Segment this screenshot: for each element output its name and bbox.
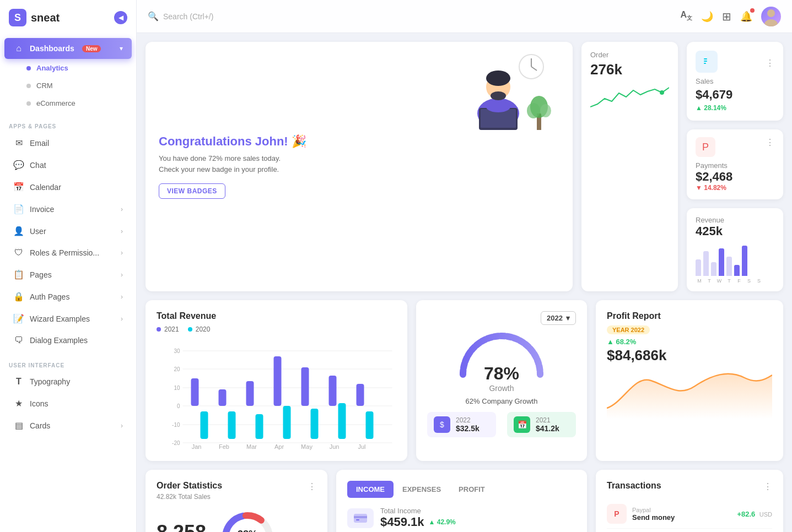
payments-more[interactable]: ⋮ (766, 137, 774, 148)
search-placeholder[interactable]: Search (Ctrl+/) (163, 12, 213, 21)
invoice-icon: 📄 (13, 204, 24, 214)
svg-text:0: 0 (177, 403, 180, 409)
user-label: User (30, 227, 46, 236)
sidebar-item-calendar[interactable]: 📅 Calendar (4, 176, 132, 198)
view-badges-button[interactable]: VIEW BADGES (159, 183, 225, 199)
stat-year-2021: 2021 (536, 416, 559, 424)
svg-text:Jun: Jun (330, 443, 340, 450)
sidebar-item-auth[interactable]: 🔒 Auth Pages › (4, 286, 132, 307)
svg-rect-19 (704, 58, 707, 59)
svg-point-15 (527, 103, 540, 118)
theme-toggle[interactable]: 🌙 (701, 10, 713, 23)
typography-icon: T (13, 377, 24, 387)
paypal-name: Send money (632, 513, 731, 522)
user-avatar[interactable] (761, 7, 781, 26)
svg-rect-36 (219, 389, 227, 406)
svg-rect-21 (704, 63, 706, 64)
rev-bar (711, 262, 716, 276)
order-value: 276k (590, 61, 669, 78)
order-label: Order (590, 51, 669, 59)
sidebar-item-ecommerce[interactable]: eCommerce (4, 95, 132, 112)
translate-button[interactable]: A文 (680, 10, 692, 22)
notification-badge (750, 8, 755, 13)
sub-dot (26, 84, 31, 88)
row-2: Total Revenue 2021 2020 (146, 300, 783, 461)
sidebar-item-analytics[interactable]: Analytics (4, 59, 132, 77)
rev-bar (726, 257, 732, 276)
congrats-title: Congratulations John! 🎉 (159, 134, 559, 149)
tab-profit[interactable]: PROFIT (450, 481, 494, 498)
search-icon: 🔍 (148, 11, 159, 21)
email-label: Email (30, 139, 49, 148)
sidebar-item-email[interactable]: ✉ Email (4, 132, 132, 154)
day-label: T (705, 278, 713, 284)
wizard-label: Wizard Examples (30, 314, 90, 323)
svg-text:Jul: Jul (358, 443, 365, 450)
growth-percent: 78% (484, 363, 519, 384)
paypal-txn-icon: P (607, 504, 627, 524)
growth-stat-2022: $ 2022 $32.5k (427, 412, 496, 437)
legend-label-2020: 2020 (196, 325, 211, 333)
day-label: W (715, 278, 723, 284)
donut-chart: 38% Weekly (217, 507, 278, 532)
growth-subtitle: 62% Company Growth (466, 397, 538, 405)
svg-point-1 (764, 19, 778, 26)
sidebar-item-icons[interactable]: ★ Icons (4, 393, 132, 414)
grid-view-button[interactable]: ⊞ (722, 10, 731, 23)
day-label: S (755, 278, 763, 284)
tab-income[interactable]: INCOME (347, 481, 394, 498)
svg-point-11 (491, 91, 506, 100)
svg-text:Feb: Feb (219, 443, 229, 450)
sidebar-item-cards[interactable]: ▤ Cards › (4, 415, 132, 436)
topbar: 🔍 Search (Ctrl+/) A文 🌙 ⊞ 🔔 (137, 0, 792, 33)
order-stats-more[interactable]: ⋮ (308, 481, 316, 492)
chevron-right-icon: › (121, 422, 123, 430)
sidebar-item-typography[interactable]: T Typography (4, 371, 132, 392)
tab-expenses[interactable]: EXPENSES (394, 481, 450, 498)
chart-title: Total Revenue (157, 311, 396, 321)
notification-bell[interactable]: 🔔 (740, 10, 752, 23)
svg-text:10: 10 (174, 385, 180, 391)
svg-rect-20 (704, 61, 707, 62)
sidebar-toggle[interactable]: ◀ (114, 11, 127, 24)
svg-rect-46 (357, 384, 364, 406)
order-sparkline (590, 85, 669, 112)
sidebar-item-roles[interactable]: 🛡 Roles & Permissio... › (4, 242, 132, 263)
svg-text:30: 30 (174, 348, 180, 354)
sales-icon (696, 51, 718, 73)
legend-dot-2020 (188, 327, 192, 332)
income-tabs: INCOME EXPENSES PROFIT (347, 481, 576, 498)
sidebar-item-pages[interactable]: 📋 Pages › (4, 264, 132, 285)
app-name: sneat (31, 12, 60, 24)
sidebar-item-crm[interactable]: CRM (4, 77, 132, 94)
donut-percent: 38% (238, 529, 257, 533)
sidebar-item-dashboards[interactable]: ⌂ Dashboards New ▾ (4, 38, 132, 59)
sidebar-item-wizard[interactable]: 📝 Wizard Examples › (4, 308, 132, 329)
paypal-type: Paypal (632, 507, 731, 513)
sidebar-item-chat[interactable]: 💬 Chat (4, 154, 132, 176)
transactions-more[interactable]: ⋮ (763, 481, 772, 492)
svg-point-16 (540, 104, 551, 117)
year-selector[interactable]: 2022 ▾ (541, 311, 576, 325)
transactions-title: Transactions (607, 481, 661, 491)
typography-label: Typography (30, 377, 70, 386)
svg-text:Apr: Apr (274, 443, 284, 450)
analytics-label: Analytics (36, 64, 68, 72)
chevron-right-icon: › (121, 271, 123, 279)
sidebar-item-dialog[interactable]: 🗨 Dialog Examples (4, 330, 132, 351)
sidebar-item-invoice[interactable]: 📄 Invoice › (4, 198, 132, 220)
auth-icon: 🔒 (13, 291, 24, 302)
growth-stats: $ 2022 $32.5k 📅 2021 $41.2k (427, 412, 576, 437)
wizard-icon: 📝 (13, 313, 24, 324)
paypal-currency: USD (759, 511, 772, 518)
svg-rect-37 (228, 411, 236, 439)
chevron-down-icon: ▾ (566, 314, 570, 322)
sidebar-item-user[interactable]: 👤 User › (4, 220, 132, 242)
main-area: 🔍 Search (Ctrl+/) A文 🌙 ⊞ 🔔 Con (137, 0, 792, 532)
legend-2020: 2020 (188, 325, 211, 333)
revenue-value: 425k (696, 224, 774, 238)
svg-point-0 (767, 9, 775, 17)
total-orders-value: 8,258 (157, 521, 206, 533)
sales-more[interactable]: ⋮ (766, 58, 774, 68)
chevron-right-icon: › (121, 205, 123, 213)
